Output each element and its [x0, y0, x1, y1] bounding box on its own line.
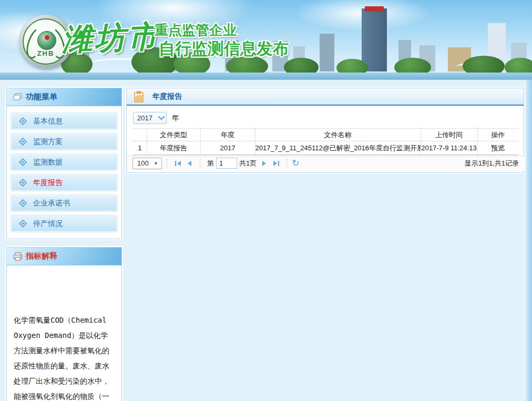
page-title: 年度报告 — [152, 92, 182, 101]
col-file-name: 文件名称 — [255, 129, 421, 141]
page-prefix: 第 — [207, 159, 214, 168]
header-banner: ZHB 潍坊市 重点监管企业 自行监测信息发布 — [0, 0, 532, 80]
page-size-value: 100 — [137, 159, 149, 167]
record-summary: 显示1到1,共1记录 — [465, 159, 519, 168]
pager-separator — [167, 159, 167, 168]
menu-items: 基本信息 监测方案 监测数据 年度报告 企业承诺书 停产情况 — [7, 106, 121, 232]
banner-subtitle-1: 重点监管企业 — [155, 21, 237, 39]
page-size-select[interactable]: 100 ▼ — [132, 158, 162, 169]
diamond-nav-icon — [19, 179, 27, 187]
sidebar-item-monitoring-plan[interactable]: 监测方案 — [11, 133, 117, 150]
annual-report-table: 文件类型 年度 文件名称 上传时间 操作 1 年度报告 2017 2017_7_… — [133, 128, 518, 155]
folder-icon — [13, 93, 23, 101]
cell-index: 1 — [133, 141, 147, 155]
indicator-text: 化学需氧量COD（Chemical Oxygen Demand）是以化学方法测量… — [7, 265, 121, 401]
sidebar-item-label: 年度报告 — [33, 178, 63, 188]
pagination-bar: 100 ▼ 第 共1页 ↻ 显示1到1,共1记录 — [127, 156, 524, 170]
sidebar-item-basic-info[interactable]: 基本信息 — [11, 113, 117, 129]
building-sign-decor — [365, 6, 384, 12]
col-upload-time: 上传时间 — [421, 129, 477, 141]
function-menu-panel: 功能菜单 基本信息 监测方案 监测数据 年度报告 企业承诺书 停产情况 — [6, 88, 122, 239]
sidebar-item-label: 监测数据 — [33, 158, 63, 167]
cell-year: 2017 — [200, 141, 255, 155]
refresh-icon[interactable]: ↻ — [292, 159, 299, 168]
col-year: 年度 — [200, 129, 255, 141]
logo-text: ZHB — [24, 49, 68, 57]
printer-icon — [13, 252, 23, 261]
function-menu-header: 功能菜单 — [7, 88, 121, 106]
next-page-button[interactable] — [259, 158, 270, 169]
sidebar-item-production-halt[interactable]: 停产情况 — [11, 215, 117, 232]
sidebar-item-label: 基本信息 — [33, 117, 63, 126]
banner-subtitle-2: 自行监测信息发布 — [159, 38, 289, 60]
year-select-value: 2017 — [137, 114, 152, 122]
annual-report-header: 年度报告 — [127, 88, 524, 106]
cell-file-name: 2017_7_9_11_245112@已解密_2016年度自行监测开展情况年 — [255, 141, 421, 155]
annual-report-panel: 年度报告 2017 年 文件类型 年度 文件名称 上传时间 操作 1 年度 — [126, 88, 524, 173]
year-select[interactable]: 2017 — [133, 112, 167, 124]
diamond-nav-icon — [19, 158, 27, 166]
diamond-nav-icon — [19, 138, 27, 146]
caret-down-icon: ▼ — [154, 161, 158, 166]
indicator-title: 指标解释 — [26, 251, 57, 261]
table-row: 1 年度报告 2017 2017_7_9_11_245112@已解密_2016年… — [133, 141, 518, 155]
prev-page-button[interactable] — [183, 158, 195, 169]
col-index — [133, 129, 147, 141]
pager-separator — [287, 159, 287, 168]
page-suffix: 共1页 — [239, 159, 257, 168]
page-number-input[interactable] — [216, 158, 237, 169]
red-dot-icon — [45, 35, 49, 40]
sidebar-item-label: 停产情况 — [33, 219, 63, 229]
first-page-button[interactable] — [172, 158, 183, 169]
preview-link[interactable]: 预览 — [477, 141, 518, 155]
cell-file-type: 年度报告 — [147, 141, 200, 155]
sidebar-item-annual-report[interactable]: 年度报告 — [11, 174, 117, 191]
chevron-down-icon — [158, 116, 165, 120]
sidebar-item-label: 监测方案 — [33, 137, 63, 147]
river-decor — [0, 73, 532, 79]
cell-upload-time: 2017-7-9 11:24:13 — [421, 141, 477, 155]
table-header-row: 文件类型 年度 文件名称 上传时间 操作 — [133, 129, 518, 141]
diamond-nav-icon — [19, 199, 27, 207]
globe-icon — [37, 31, 56, 50]
page-right-edge — [526, 80, 532, 401]
last-page-button[interactable] — [270, 158, 282, 169]
sidebar-item-commitment-letter[interactable]: 企业承诺书 — [11, 195, 117, 211]
year-filter: 2017 年 — [133, 112, 179, 124]
col-file-type: 文件类型 — [147, 129, 200, 141]
pager-separator — [200, 159, 200, 168]
diamond-nav-icon — [19, 117, 27, 125]
city-title: 潍坊市 — [62, 16, 161, 60]
diamond-nav-icon — [19, 220, 27, 228]
sidebar-item-label: 企业承诺书 — [33, 199, 70, 208]
function-menu-title: 功能菜单 — [26, 92, 57, 102]
building-decor — [362, 8, 387, 71]
building-decor — [320, 34, 334, 71]
sidebar-item-monitoring-data[interactable]: 监测数据 — [11, 154, 117, 170]
indicator-header: 指标解释 — [7, 248, 121, 265]
col-action: 操作 — [477, 129, 518, 141]
year-label: 年 — [172, 114, 179, 123]
clipboard-icon — [134, 91, 144, 102]
indicator-panel: 指标解释 化学需氧量COD（Chemical Oxygen Demand）是以化… — [6, 247, 122, 401]
